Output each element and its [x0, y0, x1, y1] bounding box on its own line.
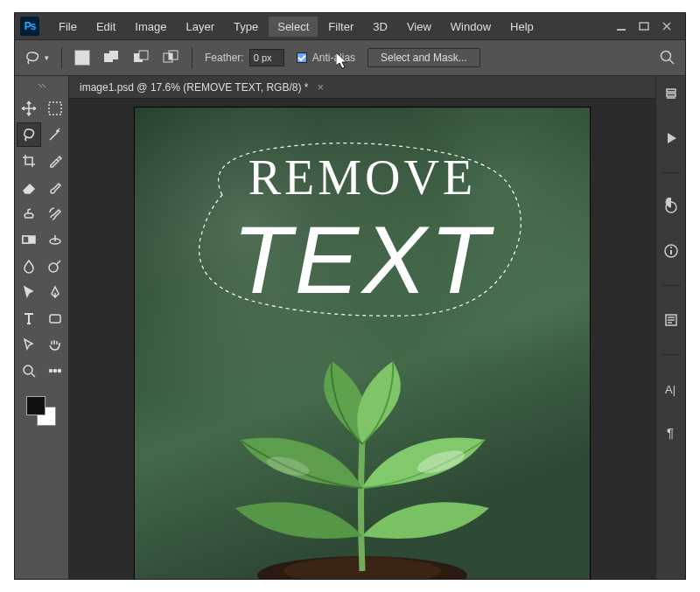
history-brush-tool[interactable]	[44, 202, 66, 225]
feather-input[interactable]	[249, 49, 284, 66]
document-tab[interactable]: image1.psd @ 17.6% (REMOVE TEXT, RGB/8) …	[69, 76, 655, 99]
adjustments-panel-icon[interactable]	[662, 198, 681, 217]
eraser-tool[interactable]	[18, 176, 40, 198]
document-area: image1.psd @ 17.6% (REMOVE TEXT, RGB/8) …	[69, 76, 655, 579]
close-tab-icon[interactable]: ×	[317, 80, 324, 94]
paint-bucket-tool[interactable]	[44, 228, 66, 251]
eyedropper-tool[interactable]	[44, 150, 66, 172]
dodge-tool[interactable]	[44, 254, 66, 277]
canvas[interactable]: REMOVE TEXT	[135, 108, 590, 579]
gradient-tool[interactable]	[18, 228, 40, 251]
pilcrow-icon[interactable]: ¶	[662, 423, 681, 442]
shape-tool[interactable]	[44, 307, 66, 330]
history-panel-icon[interactable]	[662, 85, 681, 104]
character-panel-icon[interactable]: A|	[662, 380, 681, 399]
svg-point-23	[49, 370, 52, 373]
clone-stamp-tool[interactable]	[18, 202, 40, 225]
svg-rect-21	[50, 315, 60, 323]
menu-image[interactable]: Image	[126, 17, 175, 37]
svg-point-22	[24, 366, 32, 374]
subtract-from-selection-icon	[132, 50, 150, 66]
selection-mode-subtract[interactable]	[132, 50, 150, 66]
svg-line-15	[42, 84, 46, 87]
intersect-selection-icon	[162, 50, 179, 66]
minimize-button[interactable]	[615, 20, 627, 32]
svg-rect-11	[169, 53, 172, 59]
edit-toolbar[interactable]	[44, 359, 66, 382]
active-tool-indicator[interactable]: ▾	[24, 50, 49, 66]
menu-filter[interactable]: Filter	[319, 17, 362, 37]
svg-text:A|: A|	[665, 383, 676, 396]
lasso-selection-outline	[187, 134, 537, 326]
crop-tool[interactable]	[18, 150, 40, 172]
svg-line-13	[670, 60, 675, 65]
foreground-background-colors[interactable]	[23, 396, 61, 429]
brush-tool[interactable]	[44, 176, 66, 198]
right-dock: A| ¶	[655, 76, 685, 579]
direct-selection-tool[interactable]	[18, 333, 40, 356]
antialias-label: Anti-alias	[312, 52, 355, 64]
selection-mode-intersect[interactable]	[162, 50, 179, 66]
svg-rect-6	[109, 51, 118, 59]
menu-3d[interactable]: 3D	[364, 17, 396, 37]
menu-layer[interactable]: Layer	[178, 17, 224, 37]
lasso-icon	[24, 50, 41, 66]
svg-rect-18	[23, 236, 29, 243]
blur-tool[interactable]	[18, 254, 40, 277]
photoshop-window: Ps File Edit Image Layer Type Select Fil…	[14, 12, 686, 580]
menu-select[interactable]: Select	[269, 17, 318, 37]
menu-help[interactable]: Help	[501, 17, 542, 37]
svg-rect-8	[139, 51, 148, 59]
hand-tool[interactable]	[44, 333, 66, 356]
play-icon[interactable]	[662, 129, 681, 148]
selection-mode-new[interactable]	[74, 50, 90, 66]
lasso-tool[interactable]	[18, 123, 40, 146]
options-bar: ▾ Feather: Anti-alias Select and Mask...	[15, 39, 685, 76]
menu-bar: Ps File Edit Image Layer Type Select Fil…	[15, 13, 685, 39]
menu-view[interactable]: View	[398, 17, 440, 37]
magic-wand-tool[interactable]	[44, 123, 66, 146]
marquee-tool[interactable]	[44, 97, 66, 120]
add-to-selection-icon	[102, 50, 120, 66]
select-and-mask-button[interactable]: Select and Mask...	[368, 48, 480, 67]
svg-point-25	[58, 370, 60, 373]
zoom-tool[interactable]	[18, 359, 40, 382]
move-tool[interactable]	[18, 97, 40, 120]
antialias-checkbox[interactable]: Anti-alias	[297, 52, 355, 64]
type-tool[interactable]	[18, 307, 40, 330]
checkbox-checked-icon	[297, 52, 307, 63]
svg-point-12	[662, 52, 671, 61]
menu-edit[interactable]: Edit	[88, 17, 124, 37]
svg-rect-16	[49, 102, 61, 115]
close-button[interactable]	[661, 20, 673, 32]
path-selection-tool[interactable]	[18, 281, 40, 303]
foreground-color-swatch[interactable]	[26, 396, 46, 415]
svg-line-14	[38, 84, 42, 87]
selection-mode-add[interactable]	[102, 50, 120, 66]
tools-panel	[15, 76, 69, 579]
menu-file[interactable]: File	[50, 17, 86, 37]
menu-window[interactable]: Window	[442, 17, 500, 37]
svg-point-24	[53, 370, 56, 373]
pen-tool[interactable]	[44, 281, 66, 303]
svg-point-20	[49, 263, 58, 272]
app-logo: Ps	[20, 17, 39, 36]
panel-grip-icon[interactable]	[36, 81, 48, 90]
menu-type[interactable]: Type	[225, 17, 267, 37]
plant-image	[178, 309, 546, 579]
maximize-button[interactable]	[638, 20, 650, 32]
svg-point-34	[670, 247, 672, 248]
info-panel-icon[interactable]	[662, 241, 681, 261]
document-tab-title: image1.psd @ 17.6% (REMOVE TEXT, RGB/8) …	[80, 81, 308, 94]
svg-rect-1	[640, 23, 648, 30]
svg-marker-30	[668, 133, 676, 143]
search-icon[interactable]	[659, 49, 676, 66]
feather-label: Feather:	[205, 52, 244, 64]
svg-text:¶: ¶	[667, 425, 674, 440]
paragraph-panel-icon[interactable]	[662, 310, 681, 330]
